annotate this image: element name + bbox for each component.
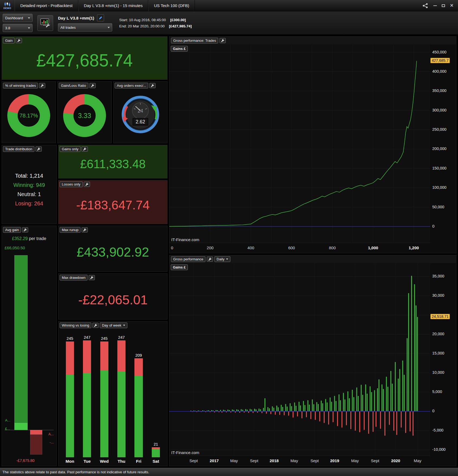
wrench-icon[interactable]	[149, 83, 156, 88]
winning-trades-panel: % of winning trades 78.17%	[2, 81, 56, 143]
start-amount: [£300.00]	[170, 18, 186, 22]
current-value-label: 427,685.7	[430, 58, 450, 63]
wrench-icon[interactable]	[92, 323, 99, 328]
strategy-group: Day L V3.8 +mm(1) All trades	[55, 14, 115, 31]
avg-orders-panel: Avg orders exec/... 24	[113, 81, 167, 143]
gains-only-title: Gains only	[60, 146, 80, 152]
daily-xaxis: Sept2017MaySept2018MaySept2019MaySept202…	[169, 456, 430, 466]
maximize-icon[interactable]	[442, 4, 445, 7]
chevron-down-icon	[108, 27, 110, 28]
max-gain-label: £66,050.50	[5, 245, 25, 250]
trade-distribution-title: Trade distribution	[3, 146, 34, 152]
wvl-bar-sat: 21Sat	[148, 442, 163, 464]
winning-trades: Winning: 949	[2, 180, 56, 190]
window-controls: ✕	[422, 0, 458, 11]
trades-plot[interactable]: Gains £ IT-Finance.com	[169, 44, 430, 243]
avg-orders-title: Avg orders exec/...	[115, 83, 148, 88]
close-icon[interactable]: ✕	[450, 3, 454, 8]
gain-loss-ratio-title: Gain/Loss Ratio	[59, 83, 88, 88]
wrench-icon[interactable]	[22, 227, 28, 232]
gain-panel: Gain £427,685.74	[2, 36, 167, 80]
range-start-row: Start: 10 Aug 2016, 08:45:00[£300.00]	[119, 17, 192, 23]
gains-currency-label: Gains £	[171, 264, 188, 270]
day-of-week-dropdown[interactable]: Day of week	[100, 322, 127, 328]
gain-loss-ratio-panel: Gain/Loss Ratio 3.33	[57, 81, 112, 143]
wrench-icon[interactable]	[16, 38, 22, 43]
gains-only-value: £611,333.48	[59, 157, 167, 171]
wrench-icon[interactable]	[220, 38, 226, 43]
period-value: Daily	[217, 257, 224, 261]
trades-chart-header: Gross performance: Trades	[171, 38, 218, 43]
dashboard-dropdown[interactable]: Dashboard	[3, 14, 33, 22]
donut-row: % of winning trades 78.17% Gain/Loss Rat…	[2, 81, 167, 143]
stats-column: Gain £427,685.74 % of winning trades 78.…	[2, 36, 167, 466]
wvl-bar-mon: 245Mon	[62, 336, 78, 464]
gains-currency-label: Gains £	[171, 46, 188, 52]
gross-performance-daily-section: Gross performance Daily Gains £ IT-Finan…	[169, 255, 456, 466]
losing-trades: Losing: 264	[2, 199, 56, 208]
avg-loss-trunc-label: A...	[48, 432, 54, 436]
winning-vs-losing-title: Winning vs losing	[60, 322, 91, 328]
max-loss-label: -£7,675.80	[16, 458, 34, 463]
winning-vs-losing-panel: Winning vs losing Day of week 245Mon247T…	[58, 321, 167, 466]
max-runup-value: £433,902.92	[59, 244, 167, 259]
max-gain-bar	[14, 255, 28, 430]
avg-gain-title: Avg gain	[3, 227, 21, 233]
range-end-row: End: 20 Mar 2020, 20:00:00[£427,985.74]	[119, 23, 192, 29]
wrench-icon[interactable]	[207, 257, 213, 262]
avg-gain-bar	[14, 423, 28, 430]
backtest-range: Start: 10 Aug 2016, 08:45:00[£300.00] En…	[115, 17, 192, 29]
avg-gain-chart: A... £... A... -... -£7,675.80	[5, 252, 54, 464]
wrench-icon[interactable]	[89, 275, 95, 280]
wrench-icon[interactable]	[39, 83, 45, 88]
wrench-icon[interactable]	[84, 182, 90, 187]
version-dropdown[interactable]: 3.8	[3, 24, 33, 32]
disclaimer-text: The statistics above relate to past data…	[2, 470, 149, 474]
chevron-down-icon	[28, 17, 30, 19]
backtest-settings-button[interactable]	[37, 15, 53, 31]
tab-detailed-report[interactable]: Detailed report - ProBacktest	[15, 0, 78, 11]
baseline	[5, 430, 54, 430]
demo-logo: DEMO	[0, 0, 15, 11]
gain-trunc-label: £...	[5, 427, 10, 431]
chevron-down-icon	[226, 258, 228, 260]
wrench-icon[interactable]	[82, 227, 88, 232]
trades-filter-dropdown[interactable]: All trades	[58, 23, 112, 31]
winning-trades-value: 78.17%	[7, 94, 50, 137]
daily-plot[interactable]: Gains £ IT-Finance.com	[169, 263, 430, 456]
version-dropdown-value: 3.8	[5, 26, 10, 30]
wrench-icon[interactable]	[36, 146, 42, 152]
minimize-icon[interactable]	[433, 5, 437, 6]
dashboard-main: Gain £427,685.74 % of winning trades 78.…	[0, 35, 458, 468]
trades-filter-value: All trades	[60, 25, 76, 30]
edit-strategy-button[interactable]	[97, 14, 104, 21]
period-dropdown[interactable]: Daily	[214, 256, 230, 262]
view-selectors: Dashboard 3.8	[0, 14, 35, 32]
titlebar: DEMO Detailed report - ProBacktest Day L…	[0, 0, 458, 11]
max-drawdown-title: Max drawdown	[60, 275, 88, 280]
wvl-bar-tue: 247Tue	[79, 335, 95, 464]
max-runup-panel: Max runup £433,902.92	[58, 226, 167, 272]
chevron-down-icon	[123, 325, 125, 326]
gross-performance-trades-section: Gross performance: Trades Gains £ IT-Fin…	[169, 36, 456, 253]
gain-loss-ratio-donut: 3.33	[63, 94, 106, 137]
losses-only-title: Losses only	[60, 181, 83, 187]
dashboard-dropdown-value: Dashboard	[5, 16, 23, 20]
pencil-icon	[99, 16, 102, 20]
total-trades: Total: 1,214	[2, 171, 56, 180]
winning-vs-losing-chart: 245Mon247Tue245Wed247Thu209Fri21Sat	[62, 332, 163, 464]
tab-instrument[interactable]: US Tech 100 (DFB)	[148, 0, 195, 11]
max-drawdown-value: -£22,065.01	[59, 292, 167, 307]
gain-loss-ratio-value: 3.33	[63, 94, 106, 137]
toolbar: Dashboard 3.8 Day L V3.8 +mm(1)	[0, 11, 458, 35]
tab-strategy[interactable]: Day L V3.8 +mm(1) - 15 minutes	[78, 0, 149, 11]
daily-chart-header: Gross performance	[171, 256, 205, 262]
current-value-label: 24,518.71	[430, 314, 450, 319]
max-runup-title: Max runup	[60, 227, 80, 233]
it-finance-watermark: IT-Finance.com	[171, 237, 199, 242]
trade-distribution-stats: Total: 1,214 Winning: 949 Neutral: 1 Los…	[2, 171, 56, 208]
app-window: DEMO Detailed report - ProBacktest Day L…	[0, 0, 458, 476]
share-icon[interactable]	[422, 3, 428, 8]
wrench-icon[interactable]	[89, 83, 96, 88]
wrench-icon[interactable]	[82, 146, 88, 152]
